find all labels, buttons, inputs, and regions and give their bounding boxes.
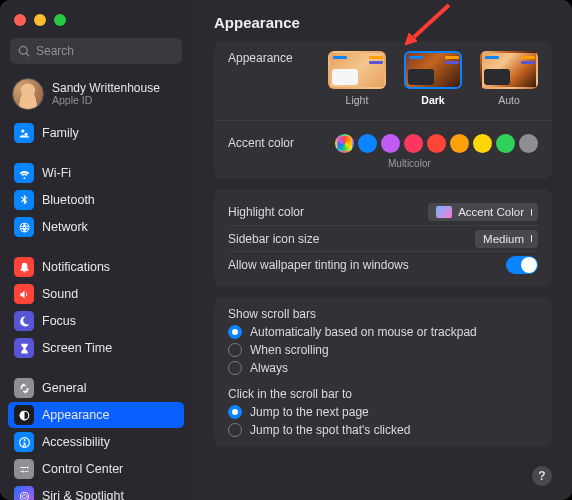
click-options: Jump to the next pageJump to the spot th… [228, 405, 538, 437]
radio-option[interactable]: When scrolling [228, 343, 538, 357]
sidebar-item-label: Screen Time [42, 341, 112, 355]
sidebar-item-label: Appearance [42, 408, 109, 422]
sidebar-item-appearance[interactable]: Appearance [8, 402, 184, 428]
window-controls [14, 14, 66, 26]
user-subtitle: Apple ID [52, 95, 160, 107]
accent-swatch-2[interactable] [381, 134, 400, 153]
sidebar-item-label: Wi-Fi [42, 166, 71, 180]
hourglass-icon [14, 338, 34, 358]
display-panel: Highlight color Accent Color Sidebar ico… [214, 189, 552, 287]
zoom-button[interactable] [54, 14, 66, 26]
highlight-popup[interactable]: Accent Color [428, 203, 538, 221]
help-button[interactable]: ? [532, 466, 552, 486]
sidebar-item-general[interactable]: General [8, 375, 184, 401]
sidebar-item-label: Control Center [42, 462, 123, 476]
sidebar-item-label: Siri & Spotlight [42, 489, 124, 500]
sidebar-item-label: Sound [42, 287, 78, 301]
radio-option[interactable]: Automatically based on mouse or trackpad [228, 325, 538, 339]
sidebar-item-control-center[interactable]: Control Center [8, 456, 184, 482]
sidebar-item-sound[interactable]: Sound [8, 281, 184, 307]
network-icon [14, 217, 34, 237]
accent-swatch-4[interactable] [427, 134, 446, 153]
appearance-option-dark[interactable]: Dark [404, 51, 462, 106]
appearance-icon [14, 405, 34, 425]
accent-swatch-3[interactable] [404, 134, 423, 153]
accent-swatch-5[interactable] [450, 134, 469, 153]
appearance-thumb-auto [480, 51, 538, 89]
appearance-label: Appearance [228, 51, 328, 65]
sidebar-item-focus[interactable]: Focus [8, 308, 184, 334]
iconsize-popup[interactable]: Medium [475, 230, 538, 248]
family-icon [14, 123, 34, 143]
accent-caption: Multicolor [388, 158, 538, 169]
radio-label: Automatically based on mouse or trackpad [250, 325, 477, 339]
minimize-button[interactable] [34, 14, 46, 26]
search-placeholder: Search [36, 44, 74, 58]
appearance-options: LightDarkAuto [328, 51, 538, 106]
accessibility-icon [14, 432, 34, 452]
sidebar-item-siri-spotlight[interactable]: Siri & Spotlight [8, 483, 184, 500]
accent-label: Accent color [228, 136, 335, 150]
sliders-icon [14, 459, 34, 479]
wifi-icon [14, 163, 34, 183]
appearance-thumb-dark [404, 51, 462, 89]
accent-swatch-7[interactable] [496, 134, 515, 153]
system-settings-window: Search Sandy Writtenhouse Apple ID Famil… [0, 0, 572, 500]
tinting-label: Allow wallpaper tinting in windows [228, 258, 506, 272]
page-title: Appearance [214, 14, 552, 31]
radio-button [228, 343, 242, 357]
sidebar-item-label: Focus [42, 314, 76, 328]
accent-color-row [335, 134, 538, 153]
speaker-icon [14, 284, 34, 304]
appearance-thumb-light [328, 51, 386, 89]
sidebar: Search Sandy Writtenhouse Apple ID Famil… [0, 0, 192, 500]
radio-button [228, 423, 242, 437]
radio-option[interactable]: Jump to the spot that's clicked [228, 423, 538, 437]
main-content: Appearance Appearance LightDarkAuto Acce… [192, 0, 572, 500]
scrollbars-options: Automatically based on mouse or trackpad… [228, 325, 538, 375]
gear-icon [14, 378, 34, 398]
sidebar-item-wi-fi[interactable]: Wi-Fi [8, 160, 184, 186]
iconsize-label: Sidebar icon size [228, 232, 475, 246]
appearance-panel: Appearance LightDarkAuto Accent color Mu… [214, 41, 552, 179]
radio-option[interactable]: Always [228, 361, 538, 375]
accent-swatch-1[interactable] [358, 134, 377, 153]
close-button[interactable] [14, 14, 26, 26]
sidebar-item-label: Family [42, 126, 79, 140]
sidebar-item-screen-time[interactable]: Screen Time [8, 335, 184, 361]
radio-label: Always [250, 361, 288, 375]
scroll-panel: Show scroll bars Automatically based on … [214, 297, 552, 447]
radio-label: Jump to the spot that's clicked [250, 423, 410, 437]
appearance-option-label: Dark [421, 94, 444, 106]
appearance-option-label: Light [346, 94, 369, 106]
radio-option[interactable]: Jump to the next page [228, 405, 538, 419]
moon-icon [14, 311, 34, 331]
svg-point-2 [23, 439, 25, 441]
search-icon [18, 45, 31, 58]
appearance-option-auto[interactable]: Auto [480, 51, 538, 106]
sidebar-item-label: Notifications [42, 260, 110, 274]
bluetooth-icon [14, 190, 34, 210]
tinting-switch[interactable] [506, 256, 538, 274]
siri-icon [14, 486, 34, 500]
radio-button [228, 361, 242, 375]
scrollbars-title: Show scroll bars [228, 307, 538, 321]
appearance-option-light[interactable]: Light [328, 51, 386, 106]
appearance-option-label: Auto [498, 94, 520, 106]
sidebar-item-network[interactable]: Network [8, 214, 184, 240]
accent-swatch-8[interactable] [519, 134, 538, 153]
sidebar-item-label: Accessibility [42, 435, 110, 449]
radio-button [228, 325, 242, 339]
user-name: Sandy Writtenhouse [52, 82, 160, 95]
sidebar-item-accessibility[interactable]: Accessibility [8, 429, 184, 455]
apple-id-row[interactable]: Sandy Writtenhouse Apple ID [0, 72, 192, 120]
sidebar-item-bluetooth[interactable]: Bluetooth [8, 187, 184, 213]
accent-swatch-0[interactable] [335, 134, 354, 153]
sidebar-item-family[interactable]: Family [8, 120, 184, 146]
radio-label: Jump to the next page [250, 405, 369, 419]
search-field[interactable]: Search [10, 38, 182, 64]
sidebar-list: FamilyWi-FiBluetoothNetworkNotifications… [0, 120, 192, 500]
sidebar-item-label: Network [42, 220, 88, 234]
accent-swatch-6[interactable] [473, 134, 492, 153]
sidebar-item-notifications[interactable]: Notifications [8, 254, 184, 280]
